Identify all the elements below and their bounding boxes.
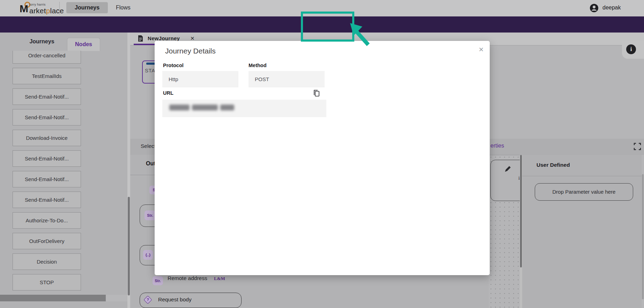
info-tab: i [622, 41, 644, 59]
brand-part2: lace [50, 7, 64, 15]
top-divider [59, 2, 60, 15]
nav-tab-journeys[interactable]: Journeys [66, 2, 108, 13]
brand-logo: M torry harris arketplace [10, 1, 59, 16]
sidebar-horizontal-scrollbar-thumb[interactable] [0, 295, 106, 301]
method-field[interactable]: POST [249, 71, 325, 87]
node-list-item[interactable]: Send-Email-Notif... [13, 192, 81, 208]
page-right-scrollbar[interactable] [642, 155, 644, 308]
node-list-item[interactable]: TestEmailIds [13, 68, 81, 84]
url-field[interactable] [162, 100, 326, 117]
edit-pencil-icon[interactable] [504, 165, 512, 173]
question-diamond-icon: ? [143, 295, 152, 304]
document-icon [138, 35, 143, 42]
sidebar-horizontal-scrollbar[interactable] [0, 295, 127, 301]
request-body-label: Request body [158, 296, 192, 303]
protocol-field[interactable]: Http [162, 71, 238, 87]
node-list: Order-cancelledTestEmailIdsSend-Email-No… [0, 51, 127, 295]
type-chip-object: {..} [143, 250, 153, 260]
journey-tab-title: NewJourney [148, 35, 180, 41]
properties-canvas-strip: i [489, 155, 520, 308]
start-node-label: STA [145, 67, 155, 73]
request-body-box[interactable]: ? Request body [140, 293, 242, 308]
brand-wordmark: arketplace [29, 7, 64, 15]
node-list-item[interactable]: Send-Email-Notif... [13, 88, 81, 105]
journey-details-modal: Journey Details ✕ Protocol Method Http P… [155, 41, 490, 275]
remote-address-label: Remote address [168, 275, 207, 281]
left-sidebar: Journeys Nodes Order-cancelledTestEmailI… [0, 33, 127, 308]
node-list-item[interactable]: OutForDelivery [13, 233, 81, 249]
page-right-scrollbar-thumb[interactable] [642, 174, 644, 299]
brand-small-text: torry harris [29, 3, 46, 6]
sidebar-tab-journeys[interactable]: Journeys [21, 38, 63, 45]
brand-part1: arket [29, 7, 46, 15]
nav-tab-flows[interactable]: Flows [108, 2, 139, 13]
user-avatar-icon[interactable] [589, 3, 599, 13]
user-name: deepak [602, 5, 621, 11]
node-list-item[interactable]: Send-Email-Notif... [13, 171, 81, 187]
protocol-label: Protocol [163, 63, 184, 68]
node-list-item[interactable]: Send-Email-Notif... [13, 150, 81, 167]
brand-m-glyph: M [20, 3, 28, 14]
node-list-item[interactable]: Authorize-To-Do... [13, 212, 81, 229]
node-list-item[interactable]: STOP [13, 274, 81, 291]
properties-header-text: erties [490, 143, 504, 149]
user-defined-divider [522, 176, 644, 176]
node-list-item[interactable]: Send-Email-Notif... [13, 109, 81, 126]
type-chip-str: Str. [145, 210, 156, 220]
properties-vertical-scrollbar[interactable] [520, 155, 522, 308]
type-chip-str2: Str. [153, 276, 163, 285]
annotation-arrow-icon [347, 21, 375, 48]
remote-address-badge: L&M [214, 276, 225, 281]
node-list-item[interactable]: Decision [13, 253, 81, 270]
drop-parameter-target[interactable]: Drop Parameter value here [535, 183, 633, 201]
method-label: Method [249, 63, 267, 68]
diamond-question-mark: ? [145, 297, 150, 302]
node-list-item[interactable]: Order-cancelled [13, 51, 81, 64]
modal-title: Journey Details [165, 47, 216, 55]
copy-icon[interactable] [313, 90, 320, 97]
node-list-item[interactable]: Download-Invoice [13, 130, 81, 146]
brand-part-p: p [46, 7, 50, 15]
modal-close-icon[interactable]: ✕ [479, 46, 484, 53]
canvas-vertical-scrollbar[interactable] [127, 33, 130, 308]
info-icon[interactable]: i [626, 44, 636, 54]
canvas-vertical-scrollbar-thumb[interactable] [128, 197, 130, 295]
expand-fullscreen-icon[interactable] [634, 143, 641, 150]
user-defined-panel: User Defined Drop Parameter value here [522, 155, 644, 308]
user-defined-title: User Defined [536, 162, 570, 168]
sidebar-tab-nodes[interactable]: Nodes [67, 38, 100, 51]
properties-vertical-scrollbar-thumb[interactable] [520, 155, 522, 267]
url-redacted-value [169, 104, 237, 110]
url-label: URL [163, 90, 173, 96]
